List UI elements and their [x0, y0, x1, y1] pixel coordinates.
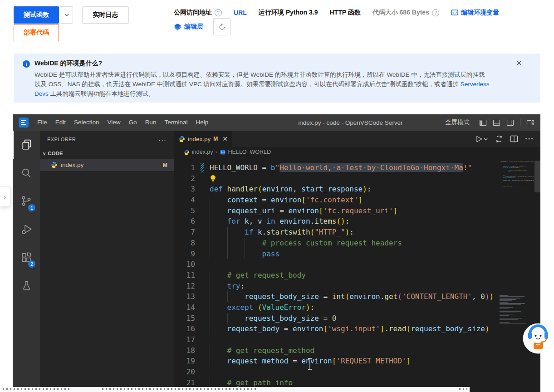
edit-env-vars-link[interactable]: 编辑环境变量 — [451, 9, 499, 17]
toggle-panel-icon[interactable] — [493, 119, 500, 127]
line-number: 19 — [174, 356, 195, 367]
banner-text: WebIDE 是可以帮助开发者快速进行代码测试，以及项目构建、依赖安装，但是 W… — [34, 71, 485, 78]
code-line[interactable]: 2 — [174, 173, 494, 184]
menu-edit[interactable]: Edit — [51, 114, 70, 131]
tab-indexpy[interactable]: index.py M ✕ — [174, 131, 232, 147]
code-line[interactable]: 20 — [174, 367, 494, 377]
chevron-down-icon: ∨ — [43, 151, 46, 156]
extensions-icon[interactable]: 2 — [13, 243, 40, 271]
help-icon[interactable]: ? — [432, 9, 439, 16]
line-number: 18 — [174, 345, 195, 356]
code-line[interactable]: 8 # process custom request headers — [174, 238, 494, 249]
code-editor[interactable]: 1HELLO_WORLD = b"Hello·world,·a·Test·by·… — [174, 157, 540, 392]
code-line[interactable]: 12 try: — [174, 281, 494, 292]
customize-layout-icon[interactable] — [526, 119, 534, 127]
menu-bar: FileEditSelectionViewGoRunTerminalHelp — [33, 114, 212, 131]
menu-go[interactable]: Go — [125, 114, 141, 131]
line-number: 11 — [174, 270, 195, 281]
source-control-icon[interactable]: 1 — [13, 187, 40, 215]
banner-text: 以及 OSS、NAS 的挂载，也无法在 WebIDE 中测试通过 VPC 访问对… — [34, 81, 461, 88]
code-line[interactable]: 19 request_method = environ['REQUEST_MET… — [174, 356, 494, 367]
run-debug-icon[interactable] — [13, 215, 40, 243]
code-line[interactable]: 13 request_body_size = int(environ.get('… — [174, 291, 494, 302]
code-line[interactable]: 21 # get path info — [174, 377, 494, 388]
page: 测试函数 实时日志 部署代码 公网访问地址 ? URL 运行环境 Python … — [0, 0, 554, 392]
code-line[interactable]: 15 request_body_size = 0 — [174, 313, 494, 324]
deploy-code-button[interactable]: 部署代码 — [14, 24, 59, 41]
line-number: 8 — [174, 238, 195, 249]
code-section-header[interactable]: ∨ CODE — [40, 148, 174, 159]
clipped-page-row — [0, 387, 470, 392]
edit-layer-link[interactable]: 编辑层 — [174, 23, 203, 31]
code-line[interactable]: 3def handler(environ, start_response): — [174, 184, 494, 195]
lightbulb-icon[interactable] — [210, 175, 218, 182]
fullscreen-mode-button[interactable]: 全屏模式 — [445, 118, 470, 127]
code-line[interactable]: 5 request_uri = environ['fc.request_uri'… — [174, 206, 494, 216]
split-editor-icon[interactable] — [510, 135, 518, 143]
public-url-label: 公网访问地址 ? — [174, 9, 222, 17]
code-line[interactable]: 4 context = environ['fc.context'] — [174, 195, 494, 206]
line-number: 9 — [174, 249, 195, 260]
explorer-icon[interactable] — [13, 131, 40, 159]
code-line[interactable]: 1HELLO_WORLD = b"Hello·world,·a·Test·by·… — [174, 162, 494, 173]
minimap-line: # get path info — [498, 186, 534, 187]
code-line[interactable]: 6 for k, v in environ.items(): — [174, 216, 494, 227]
close-icon[interactable]: ✕ — [516, 59, 522, 67]
more-actions-icon[interactable] — [525, 137, 533, 140]
line-number: 16 — [174, 323, 195, 334]
breadcrumb-symbol[interactable]: HELLO_WORLD — [228, 149, 271, 155]
realtime-log-button[interactable]: 实时日志 — [82, 6, 129, 24]
code-line[interactable]: 16 request_body = environ['wsgi.input'].… — [174, 323, 494, 334]
serverless-devs-link[interactable]: Devs — [34, 90, 49, 97]
customer-service-mascot-button[interactable] — [522, 322, 554, 355]
explorer-more-actions-icon[interactable]: ··· — [158, 136, 167, 143]
code-line[interactable]: 10 — [174, 259, 494, 270]
refresh-icon — [218, 23, 226, 31]
tab-modified-badge: M — [213, 136, 218, 142]
help-icon[interactable]: ? — [215, 9, 222, 16]
search-icon[interactable] — [13, 159, 40, 187]
menu-view[interactable]: View — [103, 114, 125, 131]
code-line[interactable]: 11 # get request_body — [174, 270, 494, 281]
menu-help[interactable]: Help — [191, 114, 212, 131]
banner-body: WebIDE 是可以帮助开发者快速进行代码测试，以及项目构建、依赖安装，但是 W… — [34, 70, 490, 98]
menu-selection[interactable]: Selection — [70, 114, 103, 131]
test-function-button[interactable]: 测试函数 — [14, 6, 59, 24]
test-function-dropdown[interactable] — [60, 6, 73, 24]
code-line[interactable]: 9 pass — [174, 249, 494, 260]
code-line[interactable]: 7 if k.startswith("HTTP_"): — [174, 227, 494, 238]
sidebar-expander-button[interactable]: › — [0, 186, 10, 207]
run-python-file-button[interactable] — [476, 136, 488, 142]
close-icon[interactable]: ✕ — [222, 135, 228, 142]
code-line[interactable]: 14 except (ValueError): — [174, 302, 494, 313]
minimap[interactable]: HELLO_WORLD = b"Hello world, a Test by C… — [498, 161, 534, 325]
line-number: 10 — [174, 259, 195, 270]
code-lines: 1HELLO_WORLD = b"Hello·world,·a·Test·by·… — [174, 162, 494, 388]
breadcrumb-file[interactable]: index.py — [192, 149, 213, 155]
titlebar-controls: 全屏模式 — [445, 118, 540, 127]
webide-window: FileEditSelectionViewGoRunTerminalHelp i… — [13, 114, 540, 392]
refresh-button[interactable] — [213, 18, 230, 35]
minimap-line: HELLO_WORLD = b"Hello world, a Test by C… — [498, 161, 534, 162]
symbol-variable-icon — [220, 149, 226, 155]
menu-run[interactable]: Run — [141, 114, 161, 131]
code-line[interactable]: 17 — [174, 334, 494, 345]
line-number: 7 — [174, 227, 195, 238]
open-changes-icon[interactable] — [495, 135, 503, 143]
scrollbar-slider[interactable] — [534, 161, 540, 192]
menu-terminal[interactable]: Terminal — [160, 114, 191, 131]
file-row-indexpy[interactable]: index.py M — [40, 159, 174, 171]
line-number: 4 — [174, 195, 195, 206]
menu-file[interactable]: File — [33, 114, 51, 131]
serverless-devs-link[interactable]: Serverless — [461, 81, 490, 88]
file-name: index.py — [61, 162, 83, 168]
explorer-header: EXPLORER ··· — [40, 131, 174, 148]
banner-text: 工具的端云联调功能在本地进行测试。 — [49, 90, 154, 97]
testing-icon[interactable] — [13, 271, 40, 299]
extensions-badge: 2 — [28, 260, 35, 268]
line-number: 1 — [174, 162, 195, 173]
code-line[interactable]: 18 # get request_method — [174, 345, 494, 356]
url-link[interactable]: URL — [234, 9, 247, 16]
toggle-sidebar-icon[interactable] — [479, 119, 487, 127]
toggle-secondary-sidebar-icon[interactable] — [506, 119, 514, 127]
